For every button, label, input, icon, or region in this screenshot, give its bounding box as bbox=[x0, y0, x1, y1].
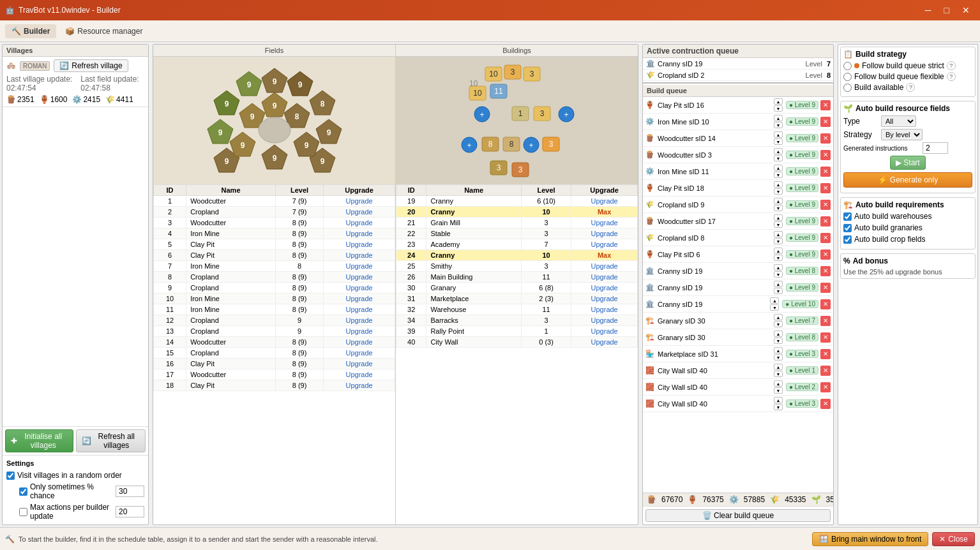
field-upgrade[interactable]: Upgrade bbox=[324, 380, 395, 391]
max-actions-input[interactable] bbox=[116, 506, 144, 517]
clear-build-queue-btn[interactable]: 🗑️ Clear build queue bbox=[645, 509, 831, 522]
bldg-upgrade[interactable]: Upgrade bbox=[571, 218, 638, 228]
move-down-btn[interactable]: ▼ bbox=[774, 105, 783, 112]
move-down-btn[interactable]: ▼ bbox=[774, 221, 783, 228]
move-up-btn[interactable]: ▲ bbox=[770, 297, 779, 304]
bldg-upgrade[interactable]: Upgrade bbox=[571, 337, 638, 348]
strict-help-btn[interactable]: ? bbox=[947, 61, 956, 70]
move-down-btn[interactable]: ▼ bbox=[774, 387, 783, 394]
delete-btn[interactable]: ✕ bbox=[820, 366, 831, 376]
bldg-upgrade[interactable]: Max bbox=[571, 207, 638, 218]
move-up-btn[interactable]: ▲ bbox=[774, 131, 783, 138]
follow-strict-radio[interactable] bbox=[843, 62, 852, 70]
move-up-btn[interactable]: ▲ bbox=[774, 148, 783, 154]
field-upgrade[interactable]: Upgrade bbox=[324, 207, 395, 218]
delete-btn[interactable]: ✕ bbox=[820, 399, 831, 409]
bldg-upgrade[interactable]: Max bbox=[571, 250, 638, 261]
delete-btn[interactable]: ✕ bbox=[820, 183, 831, 193]
delete-btn[interactable]: ✕ bbox=[820, 249, 831, 260]
minimize-btn[interactable]: ─ bbox=[920, 4, 937, 17]
refresh-all-btn[interactable]: 🔄 Refresh all villages bbox=[76, 429, 146, 452]
bldg-upgrade[interactable]: Upgrade bbox=[571, 326, 638, 337]
move-up-btn[interactable]: ▲ bbox=[774, 181, 783, 188]
move-down-btn[interactable]: ▼ bbox=[774, 354, 783, 360]
bldg-upgrade[interactable]: Upgrade bbox=[571, 283, 638, 294]
field-upgrade[interactable]: Upgrade bbox=[324, 326, 395, 337]
move-up-btn[interactable]: ▲ bbox=[774, 347, 783, 353]
move-down-btn[interactable]: ▼ bbox=[774, 371, 783, 377]
move-up-btn[interactable]: ▲ bbox=[774, 115, 783, 121]
move-down-btn[interactable]: ▼ bbox=[774, 271, 783, 278]
initialise-all-btn[interactable]: ✚ Initialise all villages bbox=[5, 429, 73, 452]
auto-granaries-cb[interactable] bbox=[843, 224, 852, 232]
delete-btn[interactable]: ✕ bbox=[820, 133, 831, 144]
delete-btn[interactable]: ✕ bbox=[820, 117, 831, 127]
close-btn[interactable]: ✕ bbox=[957, 4, 975, 17]
delete-btn[interactable]: ✕ bbox=[820, 316, 831, 326]
field-upgrade[interactable]: Upgrade bbox=[324, 283, 395, 294]
chance-input[interactable] bbox=[116, 486, 144, 497]
delete-btn[interactable]: ✕ bbox=[820, 382, 831, 392]
move-down-btn[interactable]: ▼ bbox=[774, 288, 783, 294]
move-down-btn[interactable]: ▼ bbox=[774, 205, 783, 211]
type-select[interactable]: All Wood Clay Iron Crop bbox=[881, 115, 916, 127]
delete-btn[interactable]: ✕ bbox=[820, 299, 831, 309]
field-upgrade[interactable]: Upgrade bbox=[324, 304, 395, 315]
move-up-btn[interactable]: ▲ bbox=[774, 248, 783, 254]
bldg-upgrade[interactable]: Upgrade bbox=[571, 196, 638, 207]
delete-btn[interactable]: ✕ bbox=[820, 349, 831, 359]
move-down-btn[interactable]: ▼ bbox=[774, 188, 783, 195]
follow-flexible-radio[interactable] bbox=[843, 73, 852, 81]
delete-btn[interactable]: ✕ bbox=[820, 283, 831, 293]
move-up-btn[interactable]: ▲ bbox=[774, 364, 783, 370]
move-down-btn[interactable]: ▼ bbox=[774, 122, 783, 128]
only-sometimes-checkbox[interactable] bbox=[19, 487, 27, 496]
field-upgrade[interactable]: Upgrade bbox=[324, 228, 395, 239]
generate-only-btn[interactable]: ⚡ Generate only bbox=[843, 172, 972, 188]
move-up-btn[interactable]: ▲ bbox=[774, 314, 783, 320]
field-upgrade[interactable]: Upgrade bbox=[324, 294, 395, 304]
field-upgrade[interactable]: Upgrade bbox=[324, 272, 395, 283]
field-upgrade[interactable]: Upgrade bbox=[324, 348, 395, 359]
field-upgrade[interactable]: Upgrade bbox=[324, 196, 395, 207]
bldg-upgrade[interactable]: Upgrade bbox=[571, 239, 638, 250]
refresh-village-btn[interactable]: 🔄 Refresh village bbox=[54, 59, 128, 72]
build-available-radio[interactable] bbox=[843, 84, 852, 92]
start-btn[interactable]: ▶ Start bbox=[890, 156, 925, 170]
move-down-btn[interactable]: ▼ bbox=[774, 321, 783, 327]
move-up-btn[interactable]: ▲ bbox=[774, 98, 783, 105]
field-upgrade[interactable]: Upgrade bbox=[324, 218, 395, 228]
max-actions-checkbox[interactable] bbox=[19, 508, 27, 516]
auto-warehouses-cb[interactable] bbox=[843, 212, 852, 221]
bldg-upgrade[interactable]: Upgrade bbox=[571, 294, 638, 304]
move-down-btn[interactable]: ▼ bbox=[770, 304, 779, 311]
move-up-btn[interactable]: ▲ bbox=[774, 231, 783, 237]
available-help-btn[interactable]: ? bbox=[906, 83, 915, 92]
tab-resource-manager[interactable]: 📦 Resource manager bbox=[59, 24, 149, 38]
move-down-btn[interactable]: ▼ bbox=[774, 155, 783, 161]
delete-btn[interactable]: ✕ bbox=[820, 100, 831, 110]
move-down-btn[interactable]: ▼ bbox=[774, 238, 783, 244]
move-up-btn[interactable]: ▲ bbox=[774, 331, 783, 337]
field-upgrade[interactable]: Upgrade bbox=[324, 261, 395, 272]
move-down-btn[interactable]: ▼ bbox=[774, 172, 783, 178]
field-upgrade[interactable]: Upgrade bbox=[324, 369, 395, 380]
bldg-upgrade[interactable]: Upgrade bbox=[571, 315, 638, 326]
auto-crop-cb[interactable] bbox=[843, 235, 852, 244]
move-up-btn[interactable]: ▲ bbox=[774, 380, 783, 387]
move-down-btn[interactable]: ▼ bbox=[774, 138, 783, 145]
bring-front-btn[interactable]: 🪟 Bring main window to front bbox=[812, 532, 928, 546]
bldg-upgrade[interactable]: Upgrade bbox=[571, 261, 638, 272]
field-upgrade[interactable]: Upgrade bbox=[324, 315, 395, 326]
move-up-btn[interactable]: ▲ bbox=[774, 214, 783, 221]
move-up-btn[interactable]: ▲ bbox=[774, 281, 783, 287]
field-upgrade[interactable]: Upgrade bbox=[324, 239, 395, 250]
strategy-select[interactable]: By level By type bbox=[881, 129, 923, 140]
delete-btn[interactable]: ✕ bbox=[820, 150, 831, 160]
bldg-upgrade[interactable]: Upgrade bbox=[571, 272, 638, 283]
move-down-btn[interactable]: ▼ bbox=[774, 255, 783, 261]
field-upgrade[interactable]: Upgrade bbox=[324, 337, 395, 348]
field-upgrade[interactable]: Upgrade bbox=[324, 250, 395, 261]
bldg-upgrade[interactable]: Upgrade bbox=[571, 228, 638, 239]
bldg-upgrade[interactable]: Upgrade bbox=[571, 304, 638, 315]
